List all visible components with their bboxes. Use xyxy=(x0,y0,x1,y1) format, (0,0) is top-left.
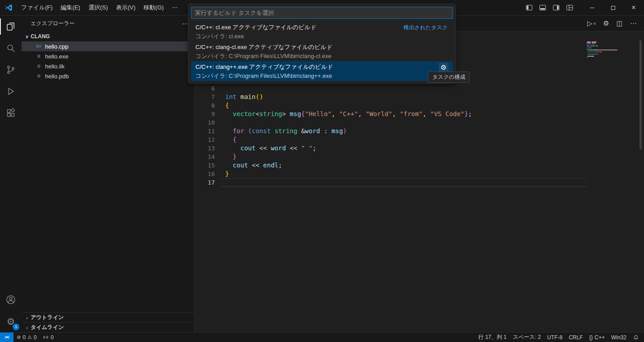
file-item-hello.ilk[interactable]: ≡hello.ilk xyxy=(22,61,194,71)
run-debug-activity-icon[interactable] xyxy=(0,81,22,102)
split-glyph: ◫ xyxy=(617,19,623,27)
editor-scrollbar[interactable] xyxy=(639,40,642,149)
code-line-10[interactable]: 10 xyxy=(195,118,644,127)
chevron-right-icon: › xyxy=(23,325,31,330)
editor-more-actions-icon[interactable]: ⋯ xyxy=(630,19,637,27)
platform-label: Win32 xyxy=(611,334,626,341)
section-0[interactable]: ›アウトライン xyxy=(22,312,194,322)
radio-tower-icon xyxy=(43,334,49,340)
eol-sequence[interactable]: CRLF xyxy=(566,333,586,342)
indentation[interactable]: スペース: 2 xyxy=(510,333,544,342)
task-option-1[interactable]: C/C++: clang-cl.exe アクティブなファイルのビルドコンパイラ:… xyxy=(191,41,453,61)
code-line-7[interactable]: 7int main() xyxy=(195,93,644,101)
code-area[interactable]: 1234567int main()8{9 vector<string> msg{… xyxy=(195,41,644,332)
task-title: C/C++: cl.exe アクティブなファイルのビルド xyxy=(195,23,404,32)
line-number: 7 xyxy=(195,93,215,101)
explorer-header: エクスプローラー ⋯ xyxy=(22,16,194,32)
cursor-position[interactable]: 行 17、列 1 xyxy=(475,333,510,342)
line-number: 12 xyxy=(195,135,215,144)
folder-section-clang[interactable]: ∨ CLANG xyxy=(22,32,194,41)
file-item-hello.exe[interactable]: ≡hello.exe xyxy=(22,51,194,61)
menu-item-1[interactable]: 編集(E) xyxy=(57,2,84,13)
cpp-file-icon: C+ xyxy=(35,44,42,49)
warning-icon: ⚠ xyxy=(27,334,32,340)
task-option-2[interactable]: C/C++: clang++.exe アクティブなファイルのビルドコンパイラ: … xyxy=(191,61,453,81)
error-count: 0 xyxy=(23,334,26,341)
quickpick-list: C/C++: cl.exe アクティブなファイルのビルドコンパイラ: cl.ex… xyxy=(188,22,456,81)
quickpick-input[interactable] xyxy=(191,7,453,19)
notifications-bell[interactable] xyxy=(630,333,644,342)
menu-item-2[interactable]: 選択(S) xyxy=(84,2,112,13)
language-mode[interactable]: {} C++ xyxy=(586,333,608,342)
maximize-button[interactable] xyxy=(603,0,623,16)
toggle-panel-icon[interactable] xyxy=(537,2,549,13)
line-content: cout << word << " "; xyxy=(225,144,316,153)
split-editor-icon[interactable]: ◫ xyxy=(617,19,623,27)
file-item-hello.pdb[interactable]: ≡hello.pdb xyxy=(22,71,194,81)
code-line-16[interactable]: 16} xyxy=(195,170,644,178)
minimap[interactable] xyxy=(587,41,637,59)
task-option-0[interactable]: C/C++: cl.exe アクティブなファイルのビルドコンパイラ: cl.ex… xyxy=(191,22,453,41)
editor-gear-icon[interactable]: ⚙ xyxy=(603,19,609,27)
problems-status[interactable]: ⊘ 0 ⚠ 0 xyxy=(14,333,40,342)
close-button[interactable]: × xyxy=(623,0,644,16)
menu-item-3[interactable]: 表示(V) xyxy=(112,2,140,13)
statusbar-right: 行 17、列 1 スペース: 2 UTF-8 CRLF {} C++ Win32 xyxy=(475,333,644,342)
file-item-hello.cpp[interactable]: C+hello.cpp xyxy=(22,41,194,51)
ports-status[interactable]: 0 xyxy=(40,333,57,342)
minimize-button[interactable] xyxy=(582,0,603,16)
chevron-right-icon: › xyxy=(23,315,31,320)
line-number: 11 xyxy=(195,127,215,135)
minimize-icon xyxy=(590,8,594,8)
line-number: 9 xyxy=(195,110,215,118)
section-1[interactable]: ›タイムライン xyxy=(22,322,194,332)
code-line-13[interactable]: 13 cout << word << " "; xyxy=(195,144,644,153)
platform-status[interactable]: Win32 xyxy=(608,333,630,342)
encoding[interactable]: UTF-8 xyxy=(544,333,566,342)
run-cpp-button[interactable]: ▷∨ xyxy=(587,19,596,27)
explorer-activity-icon[interactable] xyxy=(0,16,22,37)
toggle-secondary-sidebar-icon[interactable] xyxy=(550,2,562,13)
customize-layout-icon[interactable] xyxy=(564,2,576,13)
menu-item-0[interactable]: ファイル(F) xyxy=(17,2,57,13)
quickpick-panel: C/C++: cl.exe アクティブなファイルのビルドコンパイラ: cl.ex… xyxy=(188,4,456,84)
line-content: vector<string> msg{"Hello", "C++", "Worl… xyxy=(225,110,472,118)
encoding-label: UTF-8 xyxy=(547,334,562,341)
code-line-6[interactable]: 6 xyxy=(195,84,644,93)
line-number: 6 xyxy=(195,84,215,93)
code-line-17[interactable]: 17 xyxy=(195,178,644,187)
task-option-text: C/C++: clang++.exe アクティブなファイルのビルドコンパイラ: … xyxy=(195,63,439,81)
accounts-icon[interactable] xyxy=(0,289,22,310)
explorer-sidebar: エクスプローラー ⋯ ∨ CLANG C+hello.cpp≡hello.exe… xyxy=(22,16,195,332)
activity-bar: ⚙ 1 xyxy=(0,16,22,332)
line-content: } xyxy=(225,170,229,178)
code-line-11[interactable]: 11 for (const string &word : msg) xyxy=(195,127,644,135)
menu-item-4[interactable]: 移動(G) xyxy=(140,2,168,13)
settings-gear-icon[interactable]: ⚙ 1 xyxy=(0,310,22,332)
file-name: hello.pdb xyxy=(45,73,69,80)
code-line-9[interactable]: 9 vector<string> msg{"Hello", "C++", "Wo… xyxy=(195,110,644,118)
remote-indicator[interactable]: >< xyxy=(0,333,14,342)
editor-actions: ▷∨ ⚙ ◫ ⋯ xyxy=(587,19,644,27)
code-line-12[interactable]: 12 { xyxy=(195,135,644,144)
source-control-activity-icon[interactable] xyxy=(0,59,22,81)
search-activity-icon[interactable] xyxy=(0,37,22,59)
code-line-14[interactable]: 14 } xyxy=(195,153,644,161)
line-content: int main() xyxy=(225,93,263,101)
configure-task-gear-icon[interactable]: ⚙ xyxy=(439,63,449,72)
menu-overflow-icon[interactable]: ⋯ xyxy=(168,2,182,13)
line-number: 15 xyxy=(195,161,215,170)
line-content: { xyxy=(225,101,229,110)
explorer-title: エクスプローラー xyxy=(31,20,75,27)
code-line-15[interactable]: 15 cout << endl; xyxy=(195,161,644,170)
folder-name: CLANG xyxy=(31,33,50,40)
remote-icon: >< xyxy=(5,335,9,340)
task-detail: コンパイラ: cl.exe xyxy=(195,32,404,40)
code-line-8[interactable]: 8{ xyxy=(195,101,644,110)
configure-task-tooltip: タスクの構成 xyxy=(428,72,470,83)
toggle-sidebar-icon[interactable] xyxy=(523,2,535,13)
line-number: 14 xyxy=(195,153,215,161)
generic-file-icon: ≡ xyxy=(35,63,42,69)
line-content: } xyxy=(225,153,236,161)
extensions-activity-icon[interactable] xyxy=(0,102,22,124)
